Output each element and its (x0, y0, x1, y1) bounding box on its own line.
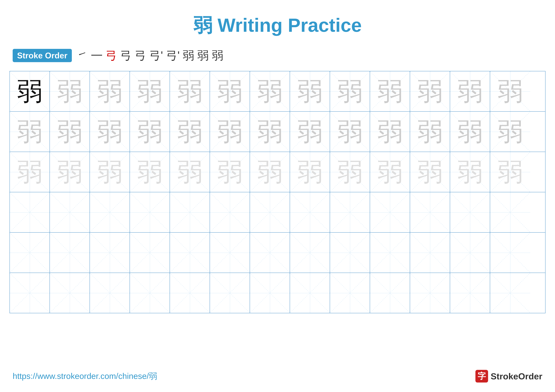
cell-1-13[interactable]: 弱 (490, 71, 530, 111)
stroke-order-badge: Stroke Order (13, 49, 72, 62)
cell-6-3[interactable] (90, 273, 130, 313)
cell-3-1[interactable]: 弱 (10, 152, 50, 192)
cell-2-6[interactable]: 弱 (210, 112, 250, 152)
svg-line-97 (370, 192, 410, 232)
practice-char: 弱 (257, 119, 283, 144)
cell-5-6[interactable] (210, 233, 250, 273)
cell-6-9[interactable] (330, 273, 370, 313)
cell-4-11[interactable] (410, 192, 450, 232)
cell-4-9[interactable] (330, 192, 370, 232)
cell-5-8[interactable] (290, 233, 330, 273)
cell-1-7[interactable]: 弱 (250, 71, 290, 111)
cell-2-1[interactable]: 弱 (10, 112, 50, 152)
cell-6-11[interactable] (410, 273, 450, 313)
cell-3-6[interactable]: 弱 (210, 152, 250, 192)
cell-3-3[interactable]: 弱 (90, 152, 130, 192)
cell-1-12[interactable]: 弱 (450, 71, 490, 111)
cell-2-2[interactable]: 弱 (50, 112, 90, 152)
footer-url[interactable]: https://www.strokeorder.com/chinese/弱 (13, 371, 157, 382)
cell-2-8[interactable]: 弱 (290, 112, 330, 152)
cell-1-11[interactable]: 弱 (410, 71, 450, 111)
practice-char: 弱 (17, 119, 42, 144)
svg-line-145 (290, 273, 330, 313)
cell-4-12[interactable] (450, 192, 490, 232)
cell-5-4[interactable] (130, 233, 170, 273)
cell-6-5[interactable] (170, 273, 210, 313)
cell-4-7[interactable] (250, 192, 290, 232)
cell-5-13[interactable] (490, 233, 530, 273)
svg-line-137 (130, 273, 170, 313)
cell-4-6[interactable] (210, 192, 250, 232)
svg-line-115 (210, 233, 250, 272)
cell-4-2[interactable] (50, 192, 90, 232)
cell-2-10[interactable]: 弱 (370, 112, 410, 152)
cell-6-7[interactable] (250, 273, 290, 313)
cell-1-3[interactable]: 弱 (90, 71, 130, 111)
cell-5-7[interactable] (250, 233, 290, 273)
cell-5-9[interactable] (330, 233, 370, 273)
svg-line-123 (370, 233, 410, 272)
stroke-7: 弓' (166, 48, 180, 63)
svg-line-96 (370, 192, 410, 232)
cell-1-8[interactable]: 弱 (290, 71, 330, 111)
cell-1-9[interactable]: 弱 (330, 71, 370, 111)
cell-1-4[interactable]: 弱 (130, 71, 170, 111)
cell-6-12[interactable] (450, 273, 490, 313)
svg-line-87 (170, 192, 210, 232)
cell-6-10[interactable] (370, 273, 410, 313)
cell-2-7[interactable]: 弱 (250, 112, 290, 152)
cell-5-10[interactable] (370, 233, 410, 273)
cell-3-7[interactable]: 弱 (250, 152, 290, 192)
cell-1-1[interactable]: 弱 (10, 71, 50, 111)
cell-5-2[interactable] (50, 233, 90, 273)
cell-6-2[interactable] (50, 273, 90, 313)
svg-line-85 (130, 192, 170, 232)
practice-char-light: 弱 (217, 79, 242, 104)
cell-5-11[interactable] (410, 233, 450, 273)
cell-6-13[interactable] (490, 273, 530, 313)
cell-2-5[interactable]: 弱 (170, 112, 210, 152)
cell-5-12[interactable] (450, 233, 490, 273)
cell-1-10[interactable]: 弱 (370, 71, 410, 111)
cell-4-5[interactable] (170, 192, 210, 232)
cell-1-2[interactable]: 弱 (50, 71, 90, 111)
svg-line-118 (290, 233, 330, 272)
cell-6-4[interactable] (130, 273, 170, 313)
cell-2-12[interactable]: 弱 (450, 112, 490, 152)
cell-6-1[interactable] (10, 273, 50, 313)
svg-line-105 (10, 233, 50, 272)
cell-2-11[interactable]: 弱 (410, 112, 450, 152)
cell-4-4[interactable] (130, 192, 170, 232)
cell-2-9[interactable]: 弱 (330, 112, 370, 152)
svg-line-125 (410, 233, 450, 272)
cell-5-3[interactable] (90, 233, 130, 273)
cell-3-2[interactable]: 弱 (50, 152, 90, 192)
cell-1-6[interactable]: 弱 (210, 71, 250, 111)
cell-3-11[interactable]: 弱 (410, 152, 450, 192)
cell-4-10[interactable] (370, 192, 410, 232)
cell-4-3[interactable] (90, 192, 130, 232)
practice-char-light: 弱 (257, 79, 283, 104)
cell-4-8[interactable] (290, 192, 330, 232)
cell-3-8[interactable]: 弱 (290, 152, 330, 192)
cell-5-1[interactable] (10, 233, 50, 273)
cell-3-4[interactable]: 弱 (130, 152, 170, 192)
practice-char: 弱 (377, 119, 403, 144)
cell-5-5[interactable] (170, 233, 210, 273)
svg-line-113 (170, 233, 210, 272)
cell-4-1[interactable] (10, 192, 50, 232)
cell-1-5[interactable]: 弱 (170, 71, 210, 111)
cell-6-6[interactable] (210, 273, 250, 313)
cell-6-8[interactable] (290, 273, 330, 313)
cell-3-9[interactable]: 弱 (330, 152, 370, 192)
svg-line-124 (410, 233, 450, 272)
cell-3-5[interactable]: 弱 (170, 152, 210, 192)
cell-3-13[interactable]: 弱 (490, 152, 530, 192)
cell-2-13[interactable]: 弱 (490, 112, 530, 152)
cell-3-12[interactable]: 弱 (450, 152, 490, 192)
cell-2-3[interactable]: 弱 (90, 112, 130, 152)
cell-2-4[interactable]: 弱 (130, 112, 170, 152)
svg-line-131 (10, 273, 50, 313)
cell-4-13[interactable] (490, 192, 530, 232)
cell-3-10[interactable]: 弱 (370, 152, 410, 192)
